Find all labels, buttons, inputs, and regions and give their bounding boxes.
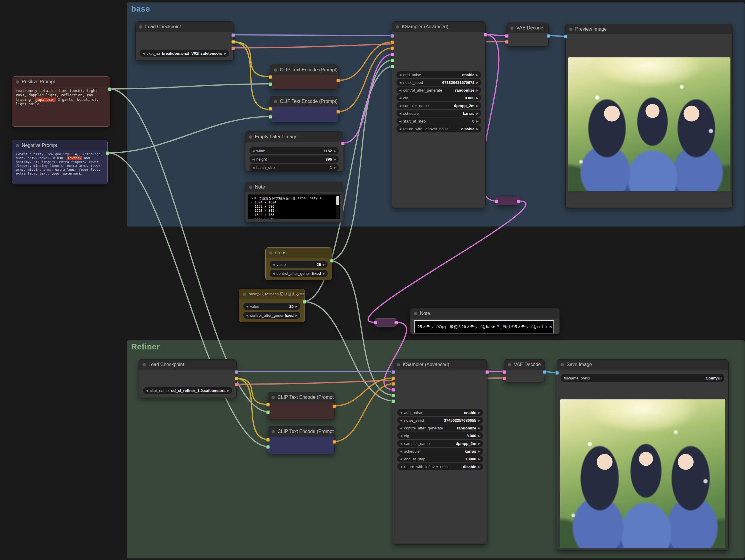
node-switch-step-primitive[interactable]: baseからrefinerへ切り替えるstep数 ◀ value 20 ▶ ◀ … xyxy=(239,289,305,322)
width-widget[interactable]: ◀ width 1152 ▶ xyxy=(250,147,339,154)
node-vae-decode-base[interactable]: VAE Decode xyxy=(507,23,549,46)
prev-value-arrow-icon[interactable]: ◀ xyxy=(399,89,401,92)
reroute-input-slot[interactable] xyxy=(494,200,498,203)
prev-value-arrow-icon[interactable]: ◀ xyxy=(399,112,401,115)
increment-arrow-icon[interactable]: ▶ xyxy=(478,457,480,461)
positive-input-slot[interactable] xyxy=(390,40,394,44)
next-value-arrow-icon[interactable]: ▶ xyxy=(476,112,479,115)
conditioning-output-slot[interactable] xyxy=(332,440,336,444)
node-negative-prompt[interactable]: Negative Prompt (worst quality, low qual… xyxy=(12,140,108,184)
collapse-toggle-icon[interactable] xyxy=(274,100,277,103)
clip-input-slot[interactable] xyxy=(266,403,270,406)
collapse-toggle-icon[interactable] xyxy=(508,363,511,366)
prev-value-arrow-icon[interactable]: ◀ xyxy=(146,389,148,392)
node-title-bar[interactable]: KSampler (Advanced) xyxy=(393,360,487,370)
increment-arrow-icon[interactable]: ▶ xyxy=(334,149,336,153)
collapse-toggle-icon[interactable] xyxy=(414,312,417,315)
prev-value-arrow-icon[interactable]: ◀ xyxy=(400,442,402,445)
collapse-toggle-icon[interactable] xyxy=(271,430,275,433)
next-value-arrow-icon[interactable]: ▶ xyxy=(478,442,480,445)
sampler-name-widget[interactable]: ◀ sampler_name dpmpp_2m ▶ xyxy=(397,440,483,447)
node-title-bar[interactable]: Note xyxy=(246,182,343,192)
increment-arrow-icon[interactable]: ▶ xyxy=(478,419,480,422)
return-with-leftover-noise-widget[interactable]: ◀ return_with_leftover_noise disable ▶ xyxy=(396,125,481,132)
collapse-toggle-icon[interactable] xyxy=(569,28,573,31)
start-at-step-widget[interactable]: ◀ start_at_step 0 ▶ xyxy=(396,118,481,125)
node-load-checkpoint-base[interactable]: Load Checkpoint ◀ ckpt_name breakdomainx… xyxy=(135,22,233,61)
text-input-slot[interactable] xyxy=(268,115,272,119)
reroute-input-slot[interactable] xyxy=(374,321,377,325)
node-clip-encode-positive-base[interactable]: CLIP Text Encode (Prompt) xyxy=(270,65,338,90)
decrement-arrow-icon[interactable]: ◀ xyxy=(246,305,248,308)
node-clip-encode-positive-refiner[interactable]: CLIP Text Encode (Prompt) xyxy=(268,392,334,419)
samples-input-slot[interactable] xyxy=(503,370,506,374)
cfg-widget[interactable]: ◀ cfg 8.000 ▶ xyxy=(396,94,481,101)
model-input-slot[interactable] xyxy=(390,34,394,38)
string-output-slot[interactable] xyxy=(105,152,109,155)
scheduler-widget[interactable]: ◀ scheduler karras ▶ xyxy=(397,448,483,455)
string-output-slot[interactable] xyxy=(108,88,111,91)
decrement-arrow-icon[interactable]: ◀ xyxy=(272,263,275,266)
next-value-arrow-icon[interactable]: ▶ xyxy=(295,314,298,317)
decrement-arrow-icon[interactable]: ◀ xyxy=(399,96,401,100)
decrement-arrow-icon[interactable]: ◀ xyxy=(399,81,401,84)
increment-arrow-icon[interactable]: ▶ xyxy=(476,81,479,84)
decrement-arrow-icon[interactable]: ◀ xyxy=(400,419,402,422)
steps-input-slot[interactable] xyxy=(390,59,394,62)
node-title-bar[interactable]: Empty Latent Image xyxy=(246,132,343,142)
decrement-arrow-icon[interactable]: ◀ xyxy=(400,434,402,437)
decrement-arrow-icon[interactable]: ◀ xyxy=(400,457,402,461)
images-input-slot[interactable] xyxy=(555,371,559,375)
prev-value-arrow-icon[interactable]: ◀ xyxy=(399,127,401,131)
reroute-output-slot[interactable] xyxy=(394,321,398,325)
vae-output-slot[interactable] xyxy=(231,46,235,50)
ckpt-name-widget[interactable]: ◀ ckpt_name sd_xl_refiner_1.0.safetensor… xyxy=(143,387,232,394)
latent-output-slot[interactable] xyxy=(341,141,345,145)
reroute-node-latent-2[interactable] xyxy=(375,318,396,327)
image-output-slot[interactable] xyxy=(547,34,550,38)
increment-arrow-icon[interactable]: ▶ xyxy=(334,158,336,161)
next-value-arrow-icon[interactable]: ▶ xyxy=(478,426,480,430)
node-title-bar[interactable]: Preview Image xyxy=(566,24,732,34)
node-save-image[interactable]: Save Image filename_prefix ComfyUI xyxy=(557,359,728,551)
latent-image-input-slot[interactable] xyxy=(390,53,394,56)
sampler-name-widget[interactable]: ◀ sampler_name dpmpp_2m ▶ xyxy=(396,102,481,109)
reroute-node-latent-1[interactable] xyxy=(496,197,519,205)
node-title-bar[interactable]: CLIP Text Encode (Prompt) xyxy=(268,392,334,402)
negative-prompt-textarea[interactable]: (worst quality, low quality:1.4), (cleav… xyxy=(16,152,104,181)
cfg-widget[interactable]: ◀ cfg 8.000 ▶ xyxy=(397,432,483,439)
noise-seed-widget[interactable]: ◀ noise_seed 673820431570673 ▶ xyxy=(396,79,481,86)
note-scrollbar[interactable] xyxy=(336,196,339,219)
control-after-generate-widget[interactable]: ◀ control_after_generate randomize ▶ xyxy=(397,424,483,431)
node-title-bar[interactable]: Positive Prompt xyxy=(12,77,110,87)
model-input-slot[interactable] xyxy=(391,370,395,374)
node-note-sdxl-resolutions[interactable]: Note SDXLで最適なpxの組み合わせ from ComfyUI - 102… xyxy=(245,182,343,223)
text-input-slot[interactable] xyxy=(266,410,270,414)
node-empty-latent-image[interactable]: Empty Latent Image ◀ width 1152 ▶ ◀ heig… xyxy=(245,131,343,172)
next-value-arrow-icon[interactable]: ▶ xyxy=(478,450,480,453)
positive-input-slot[interactable] xyxy=(391,376,395,380)
conditioning-output-slot[interactable] xyxy=(332,404,336,408)
node-ksampler-advanced-base[interactable]: KSampler (Advanced) ◀ add_noise enable ▶… xyxy=(392,22,486,208)
clip-output-slot[interactable] xyxy=(235,377,238,381)
decrement-arrow-icon[interactable]: ◀ xyxy=(252,149,255,153)
node-title-bar[interactable]: Load Checkpoint xyxy=(136,22,233,32)
add-noise-widget[interactable]: ◀ add_noise enable ▶ xyxy=(397,409,483,416)
next-value-arrow-icon[interactable]: ▶ xyxy=(323,272,325,275)
int-output-slot[interactable] xyxy=(303,300,306,304)
images-input-slot[interactable] xyxy=(564,35,568,38)
model-output-slot[interactable] xyxy=(235,370,238,374)
conditioning-output-slot[interactable] xyxy=(336,79,340,83)
increment-arrow-icon[interactable]: ▶ xyxy=(476,96,479,100)
decrement-arrow-icon[interactable]: ◀ xyxy=(399,120,401,123)
collapse-toggle-icon[interactable] xyxy=(249,135,252,139)
next-value-arrow-icon[interactable]: ▶ xyxy=(476,73,479,76)
clip-output-slot[interactable] xyxy=(231,40,235,44)
node-title-bar[interactable]: steps xyxy=(266,248,332,258)
clip-input-slot[interactable] xyxy=(266,438,270,442)
collapse-toggle-icon[interactable] xyxy=(271,396,275,399)
model-output-slot[interactable] xyxy=(231,33,235,37)
node-ksampler-advanced-refiner[interactable]: KSampler (Advanced) ◀ add_noise enable ▶… xyxy=(393,359,487,545)
node-title-bar[interactable]: KSampler (Advanced) xyxy=(392,22,485,32)
control-after-generate-widget[interactable]: ◀ control_after_generate fixed ▶ xyxy=(243,312,300,319)
